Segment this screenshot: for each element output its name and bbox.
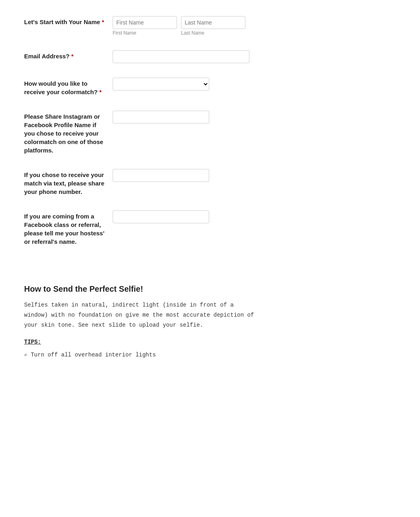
colormatch-input-group bbox=[113, 78, 306, 91]
social-row: Please Share Instagram or Facebook Profi… bbox=[24, 111, 306, 154]
last-name-sublabel: Last Name bbox=[181, 30, 245, 36]
phone-label-text: If you chose to receive your match via t… bbox=[24, 171, 104, 195]
phone-input-group bbox=[113, 169, 306, 182]
social-label: Please Share Instagram or Facebook Profi… bbox=[24, 111, 113, 154]
colormatch-label: How would you like to receive your color… bbox=[24, 78, 113, 96]
tips-list: ✍ Turn off all overhead interior lights bbox=[24, 350, 396, 360]
social-input[interactable] bbox=[113, 111, 209, 124]
last-name-wrap: Last Name bbox=[181, 16, 245, 36]
tips-label: TIPS: bbox=[24, 339, 396, 345]
colormatch-row: How would you like to receive your color… bbox=[24, 78, 306, 96]
referral-label: If you are coming from a Facebook class … bbox=[24, 210, 113, 246]
tip-item-1: ✍ Turn off all overhead interior lights bbox=[24, 350, 396, 360]
phone-input[interactable] bbox=[113, 169, 209, 182]
phone-label: If you chose to receive your match via t… bbox=[24, 169, 113, 196]
email-input-group bbox=[113, 50, 306, 63]
tip-icon-1: ✍ bbox=[24, 350, 27, 360]
email-input[interactable] bbox=[113, 50, 249, 63]
email-label: Email Address? * bbox=[24, 50, 113, 60]
referral-row: If you are coming from a Facebook class … bbox=[24, 210, 306, 246]
selfie-title: How to Send the Perfect Selfie! bbox=[24, 284, 396, 294]
email-required-marker: * bbox=[71, 53, 74, 60]
email-row: Email Address? * bbox=[24, 50, 306, 63]
section-divider bbox=[24, 260, 396, 276]
colormatch-label-text: How would you like to receive your color… bbox=[24, 80, 98, 95]
colormatch-required-marker: * bbox=[99, 89, 102, 95]
name-inputs-container: First Name Last Name bbox=[113, 16, 306, 36]
name-input-group: First Name Last Name bbox=[113, 16, 306, 36]
first-name-sublabel: First Name bbox=[113, 30, 177, 36]
first-name-wrap: First Name bbox=[113, 16, 177, 36]
first-name-input[interactable] bbox=[113, 16, 177, 29]
form-section: Let's Start with Your Name * First Name … bbox=[24, 16, 306, 246]
social-label-text: Please Share Instagram or Facebook Profi… bbox=[24, 113, 103, 154]
last-name-input[interactable] bbox=[181, 16, 245, 29]
name-row: Let's Start with Your Name * First Name … bbox=[24, 16, 306, 36]
phone-row: If you chose to receive your match via t… bbox=[24, 169, 306, 196]
email-label-text: Email Address? bbox=[24, 53, 70, 60]
referral-label-text: If you are coming from a Facebook class … bbox=[24, 213, 104, 245]
tip-text-1: Turn off all overhead interior lights bbox=[31, 350, 156, 360]
selfie-body: Selfies taken in natural, indirect light… bbox=[24, 300, 396, 331]
name-label-text: Let's Start with Your Name bbox=[24, 19, 100, 25]
referral-input[interactable] bbox=[113, 210, 209, 223]
colormatch-select[interactable] bbox=[113, 78, 209, 91]
selfie-section: How to Send the Perfect Selfie! Selfies … bbox=[24, 284, 396, 360]
referral-input-group bbox=[113, 210, 306, 223]
name-label: Let's Start with Your Name * bbox=[24, 16, 113, 26]
social-input-group bbox=[113, 111, 306, 124]
name-required-marker: * bbox=[102, 19, 104, 25]
